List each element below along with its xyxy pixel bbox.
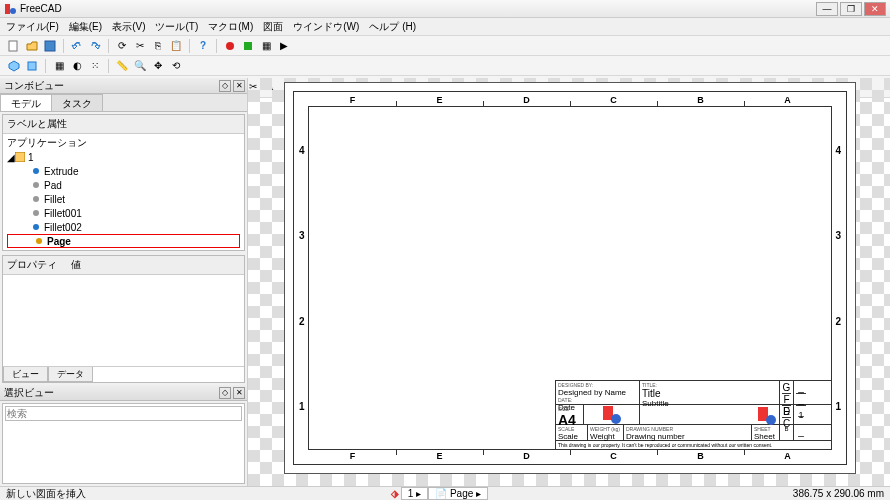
- toolbar-row-1: ⟳ ✂ ⎘ 📋 ? ▦ ▶: [0, 36, 890, 56]
- undo-icon[interactable]: [69, 38, 85, 54]
- row-label-left: 4: [299, 144, 305, 155]
- svg-point-15: [33, 210, 39, 216]
- tree-application[interactable]: アプリケーション: [7, 136, 240, 150]
- minimize-button[interactable]: —: [816, 2, 838, 16]
- feature-icon: [34, 236, 44, 246]
- menu-help[interactable]: ヘルプ (H): [369, 20, 416, 34]
- col-label-top: E: [436, 95, 442, 105]
- property-tab-view[interactable]: ビュー: [3, 367, 48, 382]
- status-coords: 386.75 x 290.06 mm: [793, 488, 884, 499]
- toolbar-row-2: ▦ ◐ ⁙ 📏 🔍 ✥ ⟲: [0, 56, 890, 76]
- col-label-bottom: F: [350, 451, 356, 461]
- stop-icon[interactable]: [240, 38, 256, 54]
- freecad-logo-icon: [758, 407, 776, 425]
- doc-tab[interactable]: 1 ▸: [401, 487, 428, 500]
- svg-rect-2: [9, 41, 17, 51]
- execute-icon[interactable]: ▶: [276, 38, 292, 54]
- save-icon[interactable]: [42, 38, 58, 54]
- row-label-left: 3: [299, 230, 305, 241]
- svg-rect-11: [15, 152, 25, 162]
- tree-item-fillet[interactable]: Fillet: [7, 192, 240, 206]
- redo-icon[interactable]: [87, 38, 103, 54]
- pan-icon[interactable]: ✥: [150, 58, 166, 74]
- menu-macro[interactable]: マクロ(M): [208, 20, 253, 34]
- panel-close-icon[interactable]: ✕: [233, 387, 245, 399]
- combo-tabs: モデル タスク: [0, 94, 247, 112]
- wireframe-icon[interactable]: ▦: [51, 58, 67, 74]
- menu-view[interactable]: 表示(V): [112, 20, 145, 34]
- doc-tab-icon[interactable]: ⬗: [391, 488, 399, 499]
- svg-point-14: [33, 196, 39, 202]
- menu-window[interactable]: ウインドウ(W): [293, 20, 359, 34]
- feature-icon: [31, 180, 41, 190]
- svg-rect-5: [244, 42, 252, 50]
- menu-bar: ファイル(F) 編集(E) 表示(V) ツール(T) マクロ(M) 図面 ウイン…: [0, 18, 890, 36]
- drawing-page: DESIGNED BY: Designed by Name DATE: Date…: [284, 82, 856, 474]
- view-iso-icon[interactable]: [6, 58, 22, 74]
- tree-item-extrude[interactable]: Extrude: [7, 164, 240, 178]
- page-tab[interactable]: 📄 Page ▸: [428, 487, 488, 500]
- property-tab-data[interactable]: データ: [48, 367, 93, 382]
- svg-point-17: [36, 238, 42, 244]
- tree-document[interactable]: ◢ 1: [7, 150, 240, 164]
- row-label-left: 1: [299, 401, 305, 412]
- rotate-icon[interactable]: ⟲: [168, 58, 184, 74]
- macros-icon[interactable]: ▦: [258, 38, 274, 54]
- svg-point-13: [33, 182, 39, 188]
- row-label-right: 1: [835, 401, 841, 412]
- record-icon[interactable]: [222, 38, 238, 54]
- points-icon[interactable]: ⁙: [87, 58, 103, 74]
- feature-icon: [31, 222, 41, 232]
- menu-edit[interactable]: 編集(E): [69, 20, 102, 34]
- col-label-top: D: [523, 95, 530, 105]
- selection-search-input[interactable]: [5, 406, 242, 421]
- col-label-bottom: D: [523, 451, 530, 461]
- status-bar: 新しい図面を挿入 ⬗ 1 ▸ 📄 Page ▸ 386.75 x 290.06 …: [0, 486, 890, 500]
- panel-float-icon[interactable]: ◇: [219, 387, 231, 399]
- tab-tasks[interactable]: タスク: [51, 94, 103, 111]
- combo-view-header: コンボビュー ◇✕: [0, 78, 247, 94]
- tree-item-fillet001[interactable]: Fillet001: [7, 206, 240, 220]
- menu-drawing[interactable]: 図面: [263, 20, 283, 34]
- app-icon: [4, 3, 16, 15]
- tab-model[interactable]: モデル: [0, 94, 52, 111]
- tree-item-page[interactable]: Page: [7, 234, 240, 248]
- whatsthis-icon[interactable]: ?: [195, 38, 211, 54]
- cut-icon[interactable]: ✂: [132, 38, 148, 54]
- refresh-icon[interactable]: ⟳: [114, 38, 130, 54]
- drawing-canvas[interactable]: DESIGNED BY: Designed by Name DATE: Date…: [248, 78, 890, 486]
- property-view: プロパティ 値 ビュー データ: [2, 255, 245, 383]
- tree-item-fillet002[interactable]: Fillet002: [7, 220, 240, 234]
- svg-rect-0: [5, 4, 10, 14]
- property-col-name: プロパティ: [7, 258, 57, 272]
- new-icon[interactable]: [6, 38, 22, 54]
- paste-icon[interactable]: 📋: [168, 38, 184, 54]
- col-label-bottom: A: [784, 451, 791, 461]
- menu-tools[interactable]: ツール(T): [155, 20, 198, 34]
- tree-item-pad[interactable]: Pad: [7, 178, 240, 192]
- view-front-icon[interactable]: [24, 58, 40, 74]
- zoom-icon[interactable]: 🔍: [132, 58, 148, 74]
- left-panel: コンボビュー ◇✕ モデル タスク ラベルと属性 アプリケーション ◢ 1 Ex…: [0, 78, 248, 486]
- panel-close-icon[interactable]: ✕: [233, 80, 245, 92]
- property-col-value: 値: [71, 258, 81, 272]
- measure-icon[interactable]: 📏: [114, 58, 130, 74]
- open-icon[interactable]: [24, 38, 40, 54]
- menu-file[interactable]: ファイル(F): [6, 20, 59, 34]
- selection-view-header: 選択ビュー ◇✕: [0, 385, 247, 401]
- feature-icon: [31, 166, 41, 176]
- copy-icon[interactable]: ⎘: [150, 38, 166, 54]
- title-block: DESIGNED BY: Designed by Name DATE: Date…: [555, 380, 831, 449]
- maximize-button[interactable]: ❐: [840, 2, 862, 16]
- document-icon: [15, 152, 25, 162]
- col-label-top: C: [610, 95, 617, 105]
- panel-float-icon[interactable]: ◇: [219, 80, 231, 92]
- col-label-bottom: E: [436, 451, 442, 461]
- col-label-bottom: B: [697, 451, 704, 461]
- svg-rect-3: [45, 41, 55, 51]
- close-button[interactable]: ✕: [864, 2, 886, 16]
- title-bar: FreeCAD — ❐ ✕: [0, 0, 890, 18]
- row-label-right: 2: [835, 315, 841, 326]
- tree-view: ラベルと属性 アプリケーション ◢ 1 ExtrudePadFilletFill…: [2, 114, 245, 251]
- shaded-icon[interactable]: ◐: [69, 58, 85, 74]
